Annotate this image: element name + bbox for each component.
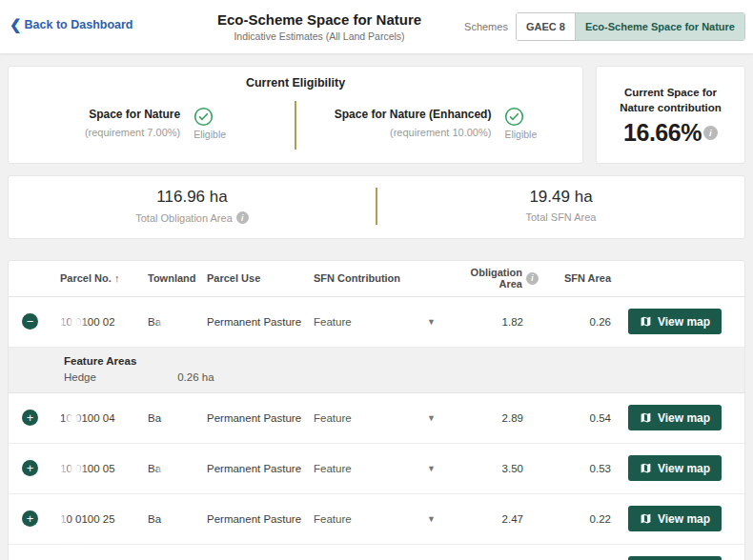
map-icon bbox=[640, 462, 652, 474]
info-icon[interactable]: i bbox=[236, 211, 249, 224]
redaction-blur bbox=[163, 316, 197, 330]
townland-cell: Ba bbox=[148, 463, 207, 474]
column-parcel-no[interactable]: Parcel No. ↑ bbox=[60, 272, 148, 284]
chevron-down-icon: ▼ bbox=[427, 464, 436, 473]
sfn-area-cell: 0.22 bbox=[544, 513, 619, 525]
townland-cell: Ba bbox=[148, 316, 207, 328]
chevron-down-icon: ▼ bbox=[427, 514, 436, 524]
view-map-button[interactable]: View map bbox=[628, 506, 722, 531]
view-map-button[interactable]: View map bbox=[628, 556, 722, 560]
schemes-switcher: Schemes GAEC 8 Eco-Scheme Space for Natu… bbox=[464, 12, 745, 41]
column-parcel-use[interactable]: Parcel Use bbox=[207, 272, 314, 284]
tab-eco-scheme-space-for-nature[interactable]: Eco-Scheme Space for Nature bbox=[575, 13, 744, 40]
obligation-area-cell: 3.50 bbox=[445, 463, 544, 474]
schemes-label: Schemes bbox=[464, 21, 508, 32]
townland-cell: Ba bbox=[148, 513, 207, 525]
expand-row-button[interactable]: + bbox=[22, 510, 38, 527]
back-link-label: Back to Dashboard bbox=[25, 18, 133, 31]
scheme-toggle-group: GAEC 8 Eco-Scheme Space for Nature bbox=[516, 12, 745, 41]
view-map-button[interactable]: View map bbox=[628, 455, 722, 481]
eligibility-name: Space for Nature (Enhanced) bbox=[335, 108, 492, 121]
top-header: ❮ Back to Dashboard Eco-Scheme Space for… bbox=[0, 0, 753, 53]
info-icon[interactable]: i bbox=[703, 126, 718, 140]
obligation-area-cell: 2.47 bbox=[445, 513, 544, 525]
eligibility-item-sfn-enhanced: Space for Nature (Enhanced) (requirement… bbox=[300, 101, 571, 150]
totals-strip: 116.96 ha Total Obligation Area i 19.49 … bbox=[8, 175, 745, 239]
obligation-area-cell: 1.82 bbox=[445, 316, 544, 328]
view-map-button[interactable]: View map bbox=[628, 405, 722, 430]
chevron-left-icon: ❮ bbox=[10, 17, 22, 31]
eligibility-title: Current Eligibility bbox=[20, 76, 571, 90]
current-contribution-card: Current Space for Nature contribution 16… bbox=[596, 66, 745, 164]
expand-row-button[interactable]: + bbox=[22, 460, 38, 476]
map-icon bbox=[640, 411, 652, 424]
column-sfn-area[interactable]: SFN Area bbox=[544, 272, 619, 284]
chevron-down-icon: ▼ bbox=[427, 413, 436, 423]
townland-cell: Ba bbox=[148, 412, 207, 424]
feature-areas-title: Feature Areas bbox=[64, 355, 731, 367]
parcel-no-cell: 10 0100 25 bbox=[60, 513, 148, 525]
parcel-no-cell: 10 0100 02 bbox=[60, 316, 148, 328]
table-row: + 10 0100 05 Ba Permanent Pasture Featur… bbox=[9, 444, 744, 494]
sfn-area-cell: 0.53 bbox=[544, 463, 619, 474]
eligibility-requirement: (requirement 7.00%) bbox=[85, 127, 180, 138]
total-obligation-label: Total Obligation Area bbox=[135, 212, 233, 224]
sort-ascending-icon: ↑ bbox=[114, 272, 120, 284]
sfn-contribution-select[interactable]: Feature ▼ bbox=[314, 316, 436, 328]
table-row: + 10 0100 39 Ba Permanent Pasture Featur… bbox=[9, 545, 744, 560]
tab-gaec8[interactable]: GAEC 8 bbox=[517, 13, 575, 40]
page-title: Eco-Scheme Space for Nature bbox=[217, 11, 421, 28]
page-subtitle: Indicative Estimates (All Land Parcels) bbox=[217, 30, 421, 42]
chevron-down-icon: ▼ bbox=[427, 317, 436, 327]
table-row: − 10 0100 02 Ba Permanent Pasture Featur… bbox=[9, 297, 744, 348]
parcel-use-cell: Permanent Pasture bbox=[207, 463, 314, 474]
sfn-area-cell: 0.26 bbox=[544, 316, 619, 328]
sfn-contribution-select[interactable]: Feature ▼ bbox=[314, 513, 436, 525]
feature-area-value: 0.26 ha bbox=[177, 371, 214, 383]
parcel-use-cell: Permanent Pasture bbox=[207, 513, 314, 525]
feature-name: Hedge bbox=[64, 371, 174, 383]
table-header-row: Parcel No. ↑ Townland Parcel Use SFN Con… bbox=[9, 261, 744, 297]
sfn-area-cell: 0.54 bbox=[544, 412, 619, 424]
parcels-table: Parcel No. ↑ Townland Parcel Use SFN Con… bbox=[8, 260, 745, 560]
expand-row-button[interactable]: + bbox=[22, 410, 38, 426]
collapse-row-button[interactable]: − bbox=[22, 313, 38, 330]
contribution-title: Current Space for Nature contribution bbox=[606, 86, 735, 115]
check-circle-icon bbox=[193, 107, 226, 127]
feature-area-item: Hedge 0.26 ha bbox=[64, 371, 731, 383]
info-icon[interactable]: i bbox=[526, 272, 539, 285]
contribution-value: 16.66% bbox=[623, 119, 702, 147]
parcel-use-cell: Permanent Pasture bbox=[207, 316, 314, 328]
sfn-contribution-select[interactable]: Feature ▼ bbox=[314, 463, 436, 474]
total-sfn-label: Total SFN Area bbox=[526, 211, 597, 223]
eligibility-requirement: (requirement 10.00%) bbox=[335, 127, 492, 138]
back-to-dashboard-link[interactable]: ❮ Back to Dashboard bbox=[10, 17, 133, 31]
total-sfn-area: 19.49 ha Total SFN Area bbox=[377, 188, 744, 225]
parcel-use-cell: Permanent Pasture bbox=[207, 412, 314, 424]
total-obligation-area: 116.96 ha Total Obligation Area i bbox=[9, 188, 376, 225]
column-sfn-contribution[interactable]: SFN Contribution bbox=[314, 272, 445, 284]
total-sfn-value: 19.49 ha bbox=[377, 188, 744, 207]
parcel-no-cell: 10 0100 05 bbox=[60, 463, 148, 474]
map-icon bbox=[640, 512, 652, 525]
table-row: + 10 0100 25 Ba Permanent Pasture Featur… bbox=[9, 494, 744, 545]
view-map-button[interactable]: View map bbox=[628, 309, 722, 334]
current-eligibility-card: Current Eligibility Space for Nature (re… bbox=[8, 66, 583, 164]
title-block: Eco-Scheme Space for Nature Indicative E… bbox=[217, 11, 421, 42]
table-row: + 10 0100 04 Ba Permanent Pasture Featur… bbox=[9, 393, 744, 444]
vertical-divider bbox=[295, 101, 296, 150]
map-icon bbox=[640, 315, 652, 328]
obligation-area-cell: 2.89 bbox=[445, 412, 544, 424]
check-circle-icon bbox=[504, 107, 537, 127]
redaction-blur bbox=[163, 463, 193, 477]
eligibility-name: Space for Nature bbox=[85, 108, 180, 121]
eligibility-status: Eligible bbox=[504, 129, 537, 140]
column-obligation-area[interactable]: Obligation Area i bbox=[445, 267, 544, 290]
total-obligation-value: 116.96 ha bbox=[9, 188, 376, 207]
sfn-contribution-select[interactable]: Feature ▼ bbox=[314, 412, 436, 424]
feature-areas-panel: Feature Areas Hedge 0.26 ha bbox=[9, 348, 744, 393]
eligibility-item-sfn: Space for Nature (requirement 7.00%) Eli… bbox=[20, 101, 291, 150]
redaction-blur bbox=[62, 550, 87, 560]
column-townland[interactable]: Townland bbox=[148, 272, 207, 284]
eligibility-status: Eligible bbox=[193, 129, 226, 140]
